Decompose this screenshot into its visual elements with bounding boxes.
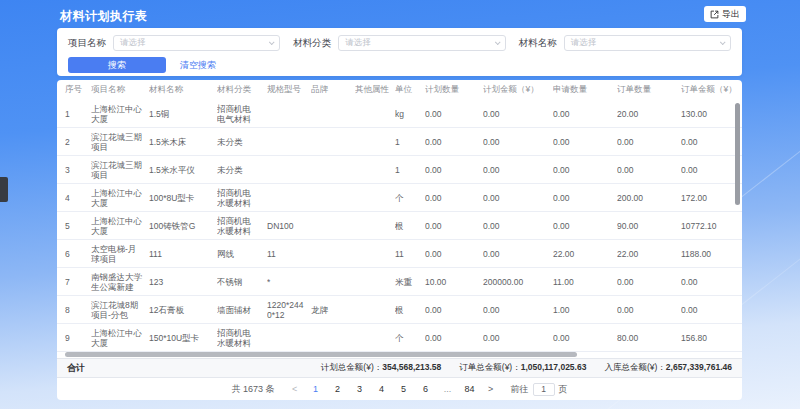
column-header: 材料名称 [149,84,217,96]
pagination-page-1[interactable]: 1 [309,384,323,394]
table-cell: 滨江花城8期项目-分包 [91,300,149,320]
table-cell: 0.00 [425,305,483,315]
table-cell: 招商机电 水暖材料 [217,216,267,236]
table-cell: 80.00 [617,333,681,343]
table-cell: 20.00 [617,109,681,119]
column-header: 序号 [65,84,91,96]
pagination-page-2[interactable]: 2 [331,384,345,394]
pagination-page-4[interactable]: 4 [375,384,389,394]
filter-select-2[interactable]: 请选择 [564,35,731,51]
filter-select-0[interactable]: 请选择 [113,35,280,51]
filter-select-1[interactable]: 请选择 [338,35,505,51]
goto-page-input[interactable] [533,383,555,396]
table-body: 1上海松江中心大厦1.5铜招商机电 电气材料kg0.000.000.0020.0… [57,100,742,352]
table-row: 7南钢盛达大学生公寓新建123不锈钢*米重10.00200000.0011.00… [57,268,742,296]
table-cell: 0.00 [483,249,553,259]
horizontal-scrollbar-thumb[interactable] [65,352,577,357]
table-cell: 根 [395,305,425,315]
summary-item: 入库总金额(¥)：2,657,339,761.46 [604,362,732,374]
table-cell: 0.00 [553,165,617,175]
column-header: 其他属性 [355,84,395,96]
table-cell: 5 [65,221,91,231]
table-row: 5上海松江中心大厦100铸铁管G招商机电 水暖材料DN100根0.000.000… [57,212,742,240]
table-cell: 0.00 [425,193,483,203]
export-button-label: 导出 [722,8,740,21]
table-cell: 1 [65,109,91,119]
page-title: 材料计划执行表 [60,8,148,25]
table-cell: 123 [149,277,217,287]
table-row: 3滨江花城三期项目1.5米水平仪未分类10.000.000.000.000.00 [57,156,742,184]
export-icon [710,10,719,19]
table-cell: DN100 [267,221,311,231]
pagination-page-6[interactable]: 6 [419,384,433,394]
table-cell: 0.00 [483,193,553,203]
table-cell: 0.00 [425,249,483,259]
summary-item: 订单总金额(¥)：1,050,117,025.63 [459,362,586,374]
column-header: 材料分类 [217,84,267,96]
table-cell: 滨江花城三期项目 [91,160,149,180]
column-header: 订单数量 [617,84,681,96]
collapsed-drawer-handle[interactable] [0,177,8,202]
table-cell: 7 [65,277,91,287]
table-cell: 0.00 [617,137,681,147]
table-cell: 9 [65,333,91,343]
table-cell: 0.00 [553,221,617,231]
table-cell: 22.00 [617,249,681,259]
table-row: 8滨江花城8期项目-分包12石膏板墙面辅材1220*2440*12龙牌根0.00… [57,296,742,324]
table-cell: 0.00 [553,137,617,147]
column-header: 订单金额（¥） [681,84,734,96]
table-cell: 11.00 [553,277,617,287]
table-cell: 0.00 [483,137,553,147]
table-cell: 1.5铜 [149,109,217,119]
table-cell: 130.00 [681,109,734,119]
pagination-page-3[interactable]: 3 [353,384,367,394]
column-header: 单位 [395,84,425,96]
goto-label: 前往 [511,383,529,396]
table-cell: 1.5米木床 [149,137,217,147]
pagination-page-84[interactable]: 84 [463,384,477,394]
table-cell: 米重 [395,277,425,287]
table-row: 6太空电梯-月球项目111网线11110.000.0022.0022.00118… [57,240,742,268]
goto-suffix: 页 [559,383,568,396]
table-cell: 0.00 [483,305,553,315]
table-cell: 0.00 [425,137,483,147]
clear-search-link[interactable]: 清空搜索 [180,59,216,72]
select-placeholder: 请选择 [120,37,269,49]
table-cell: 上海松江中心大厦 [91,216,149,236]
pagination-ellipsis: ... [441,384,455,394]
export-button[interactable]: 导出 [704,6,746,22]
table-row: 2滨江花城三期项目1.5米木床未分类10.000.000.000.000.00 [57,128,742,156]
filter-group-2: 材料名称 请选择 [519,35,731,51]
pagination-next-button[interactable]: > [485,384,497,394]
vertical-scrollbar-thumb[interactable] [735,103,740,205]
table-cell: 1 [395,137,425,147]
chevron-down-icon [720,39,726,45]
table-cell: 4 [65,193,91,203]
table-cell: 3 [65,165,91,175]
table-cell: 111 [149,249,217,259]
table-cell: 招商机电 电气材料 [217,104,267,124]
table-cell: 0.00 [681,137,734,147]
table-cell: 10.00 [425,277,483,287]
pagination-prev-button[interactable]: < [289,384,301,394]
select-placeholder: 请选择 [345,37,494,49]
search-button[interactable]: 搜索 [68,57,166,73]
select-placeholder: 请选择 [571,37,720,49]
table-cell: kg [395,109,425,119]
chevron-down-icon [495,39,501,45]
summary-total-label: 合计 [67,362,85,375]
pagination-page-5[interactable]: 5 [397,384,411,394]
filter-panel: 项目名称 请选择 材料分类 请选择 材料名称 请选择 搜索 清空搜索 [57,28,742,76]
table-cell: 0.00 [617,165,681,175]
table-cell: 0.00 [617,305,681,315]
table-cell: 个 [395,333,425,343]
pagination-goto: 前往 页 [511,383,568,396]
summary-item: 计划总金额(¥)：354,568,213.58 [321,362,441,374]
table-cell: 上海松江中心大厦 [91,104,149,124]
table-row: 1上海松江中心大厦1.5铜招商机电 电气材料kg0.000.000.0020.0… [57,100,742,128]
table-cell: 招商机电 水暖材料 [217,188,267,208]
table-row: 9上海松江中心大厦150*10U型卡招商机电 水暖材料个0.000.000.00… [57,324,742,352]
chevron-down-icon [269,39,275,45]
table-cell: 0.00 [617,277,681,287]
table-cell: 未分类 [217,165,267,175]
